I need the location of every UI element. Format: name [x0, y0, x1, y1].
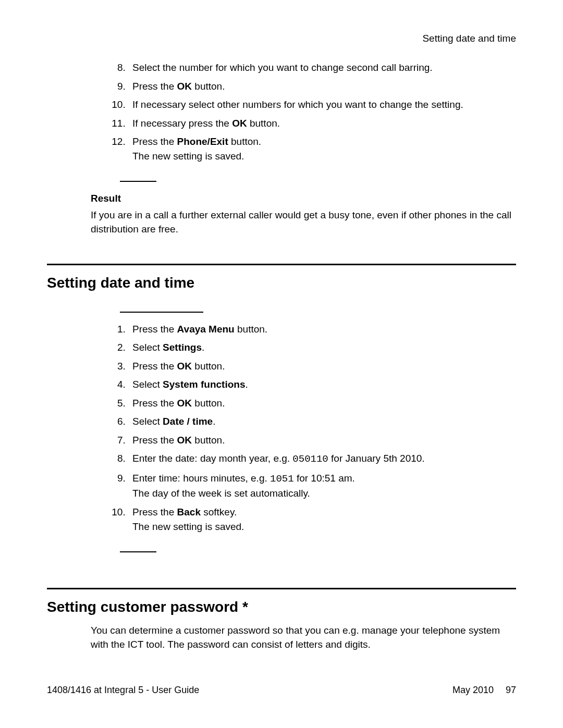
section-title-date-time: Setting date and time	[47, 273, 516, 294]
step-item: Press the Phone/Exit button.The new sett…	[128, 134, 516, 163]
footer-doc-title: 1408/1416 at Integral 5 - User Guide	[47, 683, 199, 697]
customer-password-intro: You can determine a customer password so…	[91, 623, 516, 652]
step-item: Select the number for which you want to …	[128, 60, 516, 75]
section-title-customer-password: Setting customer password *	[47, 597, 516, 618]
running-header: Setting date and time	[422, 31, 516, 46]
section-divider	[47, 264, 516, 265]
date-time-steps-list: Press the Avaya Menu button.Select Setti…	[120, 322, 516, 534]
step-item: If necessary select other numbers for wh…	[128, 97, 516, 112]
step-item: Press the Back softkey.The new setting i…	[128, 505, 516, 534]
page-footer: 1408/1416 at Integral 5 - User Guide May…	[47, 683, 516, 697]
divider-short	[120, 551, 156, 552]
step-item: If necessary press the OK button.	[128, 116, 516, 131]
step-item: Press the OK button.	[128, 396, 516, 411]
step-item: Enter the date: day month year, e.g. 050…	[128, 451, 516, 467]
footer-page-number: 97	[506, 685, 516, 695]
result-text: If you are in a call a further external …	[91, 208, 516, 237]
step-item: Select System functions.	[128, 377, 516, 392]
section-divider	[47, 588, 516, 589]
divider-short	[120, 312, 203, 313]
result-heading: Result	[91, 191, 516, 206]
step-item: Enter time: hours minutes, e.g. 1051 for…	[128, 471, 516, 501]
step-item: Press the OK button.	[128, 359, 516, 374]
step-item: Select Date / time.	[128, 414, 516, 429]
continued-steps-list: Select the number for which you want to …	[120, 60, 516, 163]
step-item: Select Settings.	[128, 340, 516, 355]
footer-date: May 2010	[452, 685, 494, 695]
step-item: Press the OK button.	[128, 433, 516, 448]
divider-short	[120, 181, 156, 182]
step-item: Press the Avaya Menu button.	[128, 322, 516, 337]
step-item: Press the OK button.	[128, 79, 516, 94]
